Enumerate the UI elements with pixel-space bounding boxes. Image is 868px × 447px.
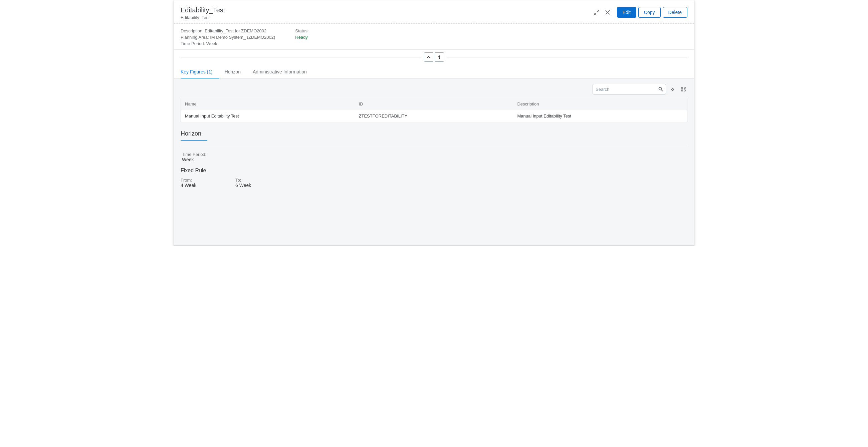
edit-button[interactable]: Edit [617,7,636,18]
main-window: Editability_Test Editability_Test [174,0,694,246]
from-label: From: [181,178,234,183]
table-row[interactable]: Manual Input Editability Test ZTESTFORED… [181,110,687,122]
to-value: 6 Week [235,183,687,188]
time-period-label: Time Period: [181,41,205,46]
tab-bar: Key Figures (1) Horizon Administrative I… [174,66,694,78]
header-left: Editability_Test Editability_Test [181,6,225,20]
planning-area-label: Planning Area: [181,35,209,40]
to-block: To: 6 Week [235,178,687,188]
pin-button[interactable] [435,53,444,62]
horizon-time-period-label: Time Period: [182,152,206,157]
time-period-value: Week [206,41,217,46]
horizon-title-container: Horizon [181,130,687,146]
key-figures-table: Name ID Description Manual Input Editabi… [181,98,687,122]
description-label: Description: [181,28,204,33]
planning-area-value: IM Demo System_ (ZDEMO2002) [210,35,275,40]
col-header-name: Name [181,98,355,110]
header: Editability_Test Editability_Test [174,0,694,24]
cell-name: Manual Input Editability Test [181,110,355,122]
svg-line-1 [594,13,596,15]
copy-button[interactable]: Copy [638,7,661,18]
search-box [593,84,666,94]
status-label: Status: [295,28,308,33]
col-header-id: ID [355,98,514,110]
page-title: Editability_Test [181,6,225,14]
delete-button[interactable]: Delete [663,7,687,18]
tab-key-figures[interactable]: Key Figures (1) [181,66,219,78]
horizon-time-period-value: Week [182,157,194,162]
horizon-time-period: Time Period: Week [182,152,686,162]
time-period-row: Time Period: Week [181,41,275,46]
svg-rect-11 [684,90,685,91]
collapse-buttons [421,53,447,62]
collapse-bar [174,50,694,64]
header-icons [592,8,612,17]
svg-point-6 [659,88,662,90]
collapse-up-button[interactable] [424,53,433,62]
svg-point-5 [439,58,440,59]
search-input[interactable] [596,87,658,92]
description-row: Description: Editability_Test for ZDEMO2… [181,28,275,33]
svg-rect-8 [681,87,683,89]
settings-icon-button[interactable] [679,85,687,93]
svg-line-0 [597,10,599,12]
svg-rect-10 [681,90,683,91]
from-value: 4 Week [181,183,234,188]
from-block: From: 4 Week [181,178,234,188]
expand-icon[interactable] [592,8,601,17]
sort-icon-button[interactable] [669,85,677,93]
table-header-row: Name ID Description [181,98,687,110]
horizon-section: Horizon Time Period: Week Fixed Rule Fro… [181,130,687,188]
from-to-grid: From: 4 Week To: 6 Week [181,178,687,188]
search-icon-button[interactable] [658,87,663,92]
close-icon[interactable] [603,8,612,17]
svg-rect-9 [684,87,685,89]
planning-area-row: Planning Area: IM Demo System_ (ZDEMO200… [181,35,275,40]
fixed-rule-title: Fixed Rule [181,168,687,173]
page-subtitle: Editability_Test [181,15,225,20]
cell-description: Manual Input Editability Test [513,110,687,122]
horizon-section-title: Horizon [181,130,207,140]
meta-section: Description: Editability_Test for ZDEMO2… [174,24,694,50]
meta-right: Status: Ready [295,28,308,46]
meta-left: Description: Editability_Test for ZDEMO2… [181,28,275,46]
to-label: To: [235,178,687,183]
header-right: Edit Copy Delete [592,7,687,18]
col-header-description: Description [513,98,687,110]
horizon-info: Time Period: Week [181,152,687,162]
description-value: Editability_Test for ZDEMO2002 [205,28,267,33]
tab-admin-info[interactable]: Administrative Information [253,66,313,78]
status-value: Ready [295,35,308,40]
cell-id: ZTESTFOREDITABILITY [355,110,514,122]
tab-horizon[interactable]: Horizon [225,66,247,78]
table-toolbar [181,84,687,94]
svg-line-7 [661,90,663,91]
content-area: Name ID Description Manual Input Editabi… [174,78,694,245]
